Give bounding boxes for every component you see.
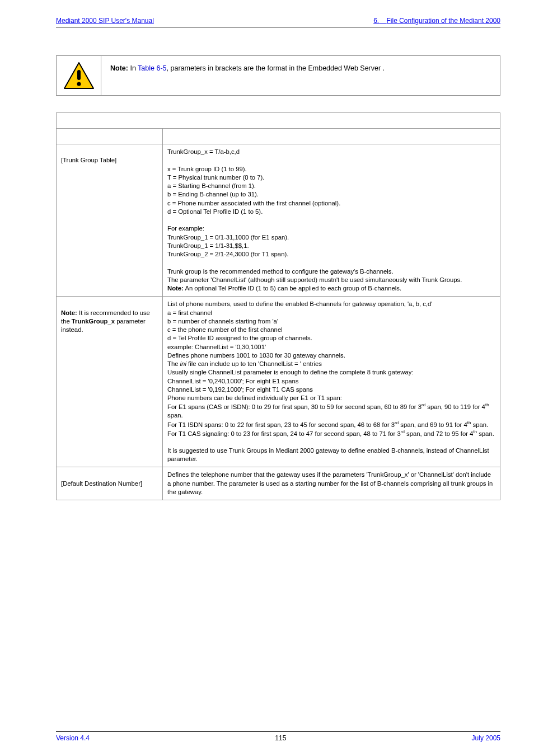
warning-icon bbox=[57, 56, 101, 95]
header-section-title: File Configuration of the Mediant 2000 bbox=[387, 17, 500, 25]
row3-param-bracket: [Default Destination Number] bbox=[61, 480, 142, 487]
row1-note: Note: An optional Tel Profile ID (1 to 5… bbox=[167, 285, 401, 292]
header-section-num: 6. bbox=[373, 17, 379, 25]
svg-rect-1 bbox=[77, 70, 81, 80]
table-row: [Default Destination Number] Defines the… bbox=[57, 467, 500, 500]
footer-date: July 2005 bbox=[472, 734, 500, 742]
col1-heading bbox=[57, 129, 163, 144]
row1-param-bracket: [Trunk Group Table] bbox=[61, 157, 116, 163]
row3-col2: Defines the telephone number that the ga… bbox=[163, 467, 500, 500]
page-header: Mediant 2000 SIP User's Manual 6. File C… bbox=[56, 0, 500, 27]
table-title-cell bbox=[57, 113, 500, 129]
svg-point-2 bbox=[77, 82, 81, 86]
col2-heading bbox=[163, 129, 500, 144]
row1-col2: TrunkGroup_x = T/a-b,c,d x = Trunk group… bbox=[163, 144, 500, 297]
table-row: [Trunk Group Table] TrunkGroup_x = T/a-b… bbox=[57, 144, 500, 297]
footer-page: 115 bbox=[275, 734, 286, 742]
row1-col1: [Trunk Group Table] bbox=[57, 144, 163, 297]
table-row: Note: It is recommended to use the Trunk… bbox=[57, 297, 500, 467]
parameters-table: [Trunk Group Table] TrunkGroup_x = T/a-b… bbox=[56, 112, 500, 500]
note-label: Note: bbox=[110, 64, 128, 72]
note-before: In bbox=[130, 64, 138, 72]
header-left[interactable]: Mediant 2000 SIP User's Manual bbox=[56, 17, 154, 25]
footer-version: Version 4.4 bbox=[56, 734, 90, 742]
row2-col2: List of phone numbers, used to define th… bbox=[163, 297, 500, 467]
row2-col1: Note: It is recommended to use the Trunk… bbox=[57, 297, 163, 467]
page-footer: Version 4.4 115 July 2005 bbox=[56, 731, 500, 742]
note-link[interactable]: Table 6-5 bbox=[138, 64, 166, 72]
note-after: , parameters in brackets are the format … bbox=[167, 64, 385, 72]
note-text: Note: In Table 6-5, parameters in bracke… bbox=[101, 56, 500, 95]
row3-col1: [Default Destination Number] bbox=[57, 467, 163, 500]
note-callout: Note: In Table 6-5, parameters in bracke… bbox=[56, 55, 500, 96]
header-right[interactable]: 6. File Configuration of the Mediant 200… bbox=[373, 17, 500, 25]
